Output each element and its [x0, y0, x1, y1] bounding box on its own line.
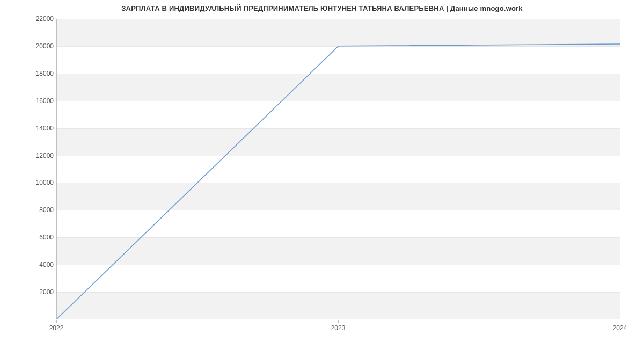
y-tick-label: 14000 [21, 125, 54, 132]
chart-title: ЗАРПЛАТА В ИНДИВИДУАЛЬНЫЙ ПРЕДПРИНИМАТЕЛ… [0, 4, 644, 12]
x-tick-label: 2023 [331, 324, 346, 332]
y-tick-label: 6000 [21, 234, 54, 241]
y-tick-label: 2000 [21, 288, 54, 296]
plot-area [56, 19, 620, 319]
x-tick-label: 2024 [613, 324, 627, 332]
y-tick-label: 8000 [21, 206, 54, 214]
y-tick-label: 16000 [21, 97, 54, 105]
x-tick [56, 320, 57, 323]
y-tick-label: 4000 [21, 261, 54, 268]
y-tick-label: 18000 [21, 70, 54, 77]
y-tick-label: 12000 [21, 152, 54, 159]
x-tick-label: 2022 [49, 324, 64, 332]
x-tick [620, 320, 620, 323]
line-series [57, 19, 620, 319]
x-tick [338, 320, 339, 323]
y-tick-label: 10000 [21, 179, 54, 186]
chart-container: ЗАРПЛАТА В ИНДИВИДУАЛЬНЫЙ ПРЕДПРИНИМАТЕЛ… [0, 0, 644, 349]
y-tick-label: 20000 [21, 42, 54, 50]
y-tick-label: 22000 [21, 15, 54, 23]
series-line [57, 44, 620, 319]
